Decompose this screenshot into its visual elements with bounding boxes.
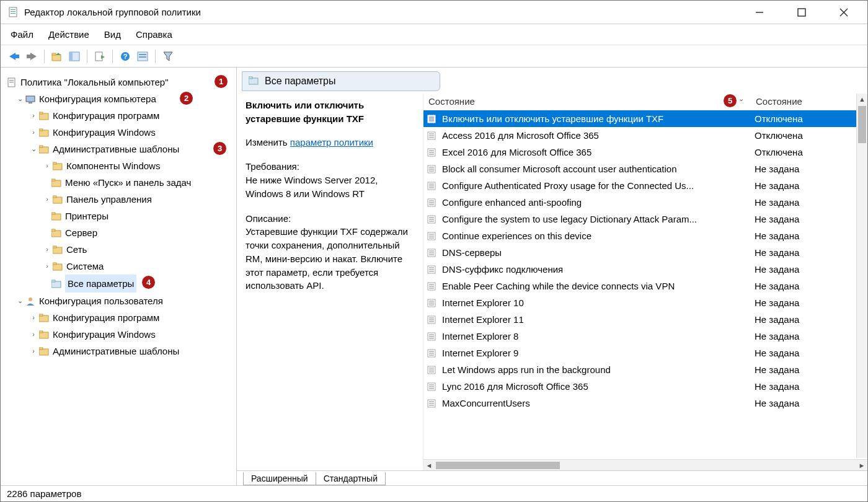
scroll-up-button[interactable]: ▲ xyxy=(857,94,867,105)
svg-rect-43 xyxy=(51,229,55,231)
tree-windows-components[interactable]: Компоненты Windows xyxy=(66,157,160,174)
item-state: Отключена xyxy=(750,147,867,157)
settings-list[interactable]: Включить или отключить устаревшие функци… xyxy=(423,110,867,459)
item-name: Configure Authenticated Proxy usage for … xyxy=(442,180,750,191)
tree-network[interactable]: Сеть xyxy=(66,241,87,258)
tree-all-settings[interactable]: Все параметры xyxy=(65,275,136,293)
show-hide-tree-icon[interactable] xyxy=(67,49,82,64)
filter-icon[interactable] xyxy=(161,49,175,64)
list-item[interactable]: Lync 2016 для Microsoft Office 365Не зад… xyxy=(423,378,867,395)
list-item[interactable]: Internet Explorer 9Не задана xyxy=(423,345,867,361)
list-item[interactable]: Enable Peer Caching while the device con… xyxy=(423,278,867,294)
list-item[interactable]: Block all consumer Microsoft account use… xyxy=(423,161,867,177)
tree-user-windows[interactable]: Конфигурация Windows xyxy=(53,326,156,343)
minimize-button[interactable] xyxy=(747,8,772,17)
expand-toggle[interactable]: › xyxy=(29,345,38,358)
list-item[interactable]: Let Windows apps run in the backgroundНе… xyxy=(423,361,867,378)
list-item[interactable]: Excel 2016 для Microsoft Office 365Отклю… xyxy=(423,144,867,161)
menu-view[interactable]: Вид xyxy=(104,29,121,40)
item-name: Access 2016 для Microsoft Office 365 xyxy=(442,130,750,141)
svg-rect-54 xyxy=(39,331,43,333)
column-state-header[interactable]: Состояние xyxy=(756,96,802,107)
help-icon[interactable]: ? xyxy=(118,49,133,64)
expand-toggle[interactable]: › xyxy=(43,260,51,273)
list-item[interactable]: Access 2016 для Microsoft Office 365Откл… xyxy=(423,127,867,144)
up-icon[interactable] xyxy=(50,49,64,64)
policy-item-icon xyxy=(427,165,438,174)
maximize-button[interactable] xyxy=(789,8,814,17)
expand-toggle[interactable]: › xyxy=(29,328,38,341)
scroll-right-button[interactable]: ► xyxy=(856,462,867,469)
forward-button[interactable] xyxy=(24,49,39,64)
tree-start-menu[interactable]: Меню «Пуск» и панель задач xyxy=(65,174,191,191)
tree-server[interactable]: Сервер xyxy=(65,224,97,241)
vertical-scrollbar-thumb[interactable] xyxy=(858,106,866,143)
edit-policy-link[interactable]: параметр политики xyxy=(290,137,373,148)
column-name-header[interactable]: Состояние xyxy=(428,96,751,107)
svg-rect-49 xyxy=(51,280,55,282)
svg-rect-37 xyxy=(51,179,55,181)
expand-toggle[interactable]: ⌄ xyxy=(29,143,38,156)
list-item[interactable]: Internet Explorer 11Не задана xyxy=(423,311,867,328)
list-item[interactable]: Internet Explorer 10Не задана xyxy=(423,294,867,311)
svg-rect-14 xyxy=(69,52,73,61)
item-name: DNS-суффикс подключения xyxy=(442,264,750,275)
tree-user-config[interactable]: Конфигурация пользователя xyxy=(39,293,163,309)
back-button[interactable] xyxy=(7,49,22,64)
folder-icon xyxy=(53,195,63,204)
list-item[interactable]: Configure enhanced anti-spoofingНе задан… xyxy=(423,194,867,211)
tree-admin-templates[interactable]: Административные шаблоны xyxy=(53,141,179,157)
description-label: Описание: xyxy=(246,212,414,226)
expand-toggle[interactable]: › xyxy=(43,160,51,172)
list-item[interactable]: Continue experiences on this deviceНе за… xyxy=(423,227,867,244)
expand-toggle[interactable]: ⌄ xyxy=(16,295,24,307)
properties-icon[interactable] xyxy=(135,49,150,64)
tree-user-software[interactable]: Конфигурация программ xyxy=(53,309,159,326)
policy-item-icon xyxy=(427,349,438,358)
svg-marker-22 xyxy=(164,52,172,61)
list-item[interactable]: Configure the system to use legacy Dicti… xyxy=(423,211,867,227)
tab-standard[interactable]: Стандартный xyxy=(316,472,386,485)
tree-user-admin[interactable]: Административные шаблоны xyxy=(53,343,179,359)
menu-file[interactable]: Файл xyxy=(11,29,33,40)
svg-rect-27 xyxy=(29,102,32,103)
item-state: Не задана xyxy=(750,364,867,375)
item-name: Включить или отключить устаревшие функци… xyxy=(442,113,750,124)
close-button[interactable] xyxy=(831,8,856,17)
navigation-tree[interactable]: Политика "Локальный компьютер" 1 ⌄ Конфи… xyxy=(1,68,236,485)
tree-printers[interactable]: Принтеры xyxy=(65,208,108,224)
list-item[interactable]: MaxConcurrentUsersНе задана xyxy=(423,395,867,412)
tab-extended[interactable]: Расширенный xyxy=(243,472,316,485)
expand-toggle[interactable]: › xyxy=(29,110,38,122)
svg-rect-58 xyxy=(249,77,252,79)
menu-action[interactable]: Действие xyxy=(48,29,89,40)
svg-rect-47 xyxy=(53,263,56,265)
item-name: MaxConcurrentUsers xyxy=(442,398,750,408)
list-item[interactable]: DNS-серверыНе задана xyxy=(423,244,867,261)
horizontal-scrollbar-thumb[interactable] xyxy=(436,462,560,469)
folder-icon xyxy=(39,145,49,154)
list-item[interactable]: Включить или отключить устаревшие функци… xyxy=(423,110,867,127)
tree-root[interactable]: Политика "Локальный компьютер" xyxy=(20,74,168,90)
svg-rect-3 xyxy=(11,13,16,14)
scroll-left-button[interactable]: ◄ xyxy=(423,462,435,469)
folder-icon xyxy=(39,112,49,120)
export-icon[interactable] xyxy=(92,49,107,64)
tree-windows-config[interactable]: Конфигурация Windows xyxy=(53,124,156,141)
badge-1: 1 xyxy=(215,75,228,88)
tree-control-panel[interactable]: Панель управления xyxy=(66,191,152,208)
list-item[interactable]: DNS-суффикс подключенияНе задана xyxy=(423,261,867,278)
item-name: Lync 2016 для Microsoft Office 365 xyxy=(442,381,750,392)
expand-toggle[interactable]: › xyxy=(29,126,38,139)
expand-toggle[interactable]: › xyxy=(43,244,51,256)
list-item[interactable]: Internet Explorer 8Не задана xyxy=(423,328,867,345)
tree-computer-config[interactable]: Конфигурация компьютера xyxy=(39,90,156,107)
menu-help[interactable]: Справка xyxy=(136,29,172,40)
tree-system[interactable]: Система xyxy=(66,258,104,275)
expand-toggle[interactable]: › xyxy=(43,193,51,206)
expand-toggle[interactable]: › xyxy=(29,312,38,324)
tree-software-config[interactable]: Конфигурация программ xyxy=(53,107,159,124)
list-item[interactable]: Configure Authenticated Proxy usage for … xyxy=(423,177,867,194)
expand-toggle[interactable]: ⌄ xyxy=(16,93,24,105)
detail-edit-label: Изменить xyxy=(246,137,288,148)
